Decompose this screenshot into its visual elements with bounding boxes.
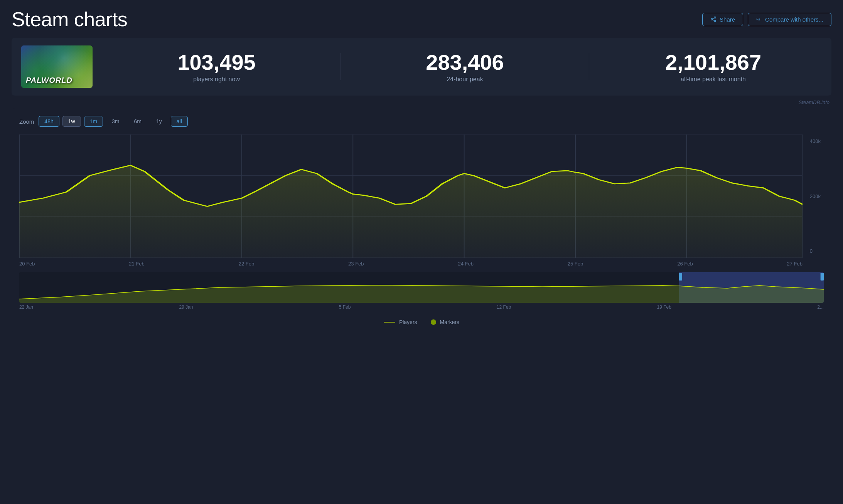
mini-label-29jan: 29 Jan xyxy=(179,304,193,310)
game-name: PALWORLD xyxy=(26,76,72,85)
compare-icon: ½ 3 xyxy=(756,16,762,22)
zoom-1y[interactable]: 1y xyxy=(150,116,168,127)
compare-label: Compare with others... xyxy=(765,16,823,23)
x-axis: 20 Feb 21 Feb 22 Feb 23 Feb 24 Feb 25 Fe… xyxy=(19,258,824,268)
svg-point-2 xyxy=(714,20,716,22)
chart-container: Zoom 48h 1w 1m 3m 6m 1y all xyxy=(12,108,831,332)
legend-players-label: Players xyxy=(399,319,417,325)
chart-svg-wrapper xyxy=(19,134,803,258)
x-label-20feb: 20 Feb xyxy=(19,261,35,267)
compare-button[interactable]: ½ 3 Compare with others... xyxy=(748,13,831,26)
y-label-0: 0 xyxy=(810,248,821,254)
legend-markers: Markers xyxy=(431,319,460,325)
y-label-200k: 200k xyxy=(810,193,821,199)
legend-markers-dot xyxy=(431,319,436,325)
svg-line-4 xyxy=(713,18,715,19)
mini-label-end: 2... xyxy=(817,304,824,310)
x-label-25feb: 25 Feb xyxy=(568,261,583,267)
x-label-21feb: 21 Feb xyxy=(129,261,144,267)
all-time-peak-label: all-time peak last month xyxy=(605,76,822,83)
legend-markers-label: Markers xyxy=(440,319,460,325)
all-time-peak-stat: 2,101,867 all-time peak last month xyxy=(605,50,822,83)
x-label-26feb: 26 Feb xyxy=(677,261,693,267)
stats-card: PALWORLD 103,495 players right now 283,4… xyxy=(12,38,831,96)
stat-divider-1 xyxy=(341,53,341,80)
page-header: Steam charts Share ½ 3 Compare with othe… xyxy=(12,8,831,31)
mini-chart-svg xyxy=(19,272,824,303)
current-players-stat: 103,495 players right now xyxy=(108,50,325,83)
mini-fill xyxy=(19,285,824,303)
game-thumbnail: PALWORLD xyxy=(21,45,93,88)
peak-24h-stat: 283,406 24-hour peak xyxy=(356,50,573,83)
current-players-label: players right now xyxy=(108,76,325,83)
steamdb-credit: SteamDB.info xyxy=(12,99,831,105)
zoom-1m[interactable]: 1m xyxy=(84,116,103,127)
mini-bracket-left xyxy=(679,273,682,281)
page-title: Steam charts xyxy=(12,8,127,31)
current-players-value: 103,495 xyxy=(108,50,325,74)
x-label-24feb: 24 Feb xyxy=(458,261,473,267)
mini-x-labels: 22 Jan 29 Jan 5 Feb 12 Feb 19 Feb 2... xyxy=(19,303,824,311)
chart-legend: Players Markers xyxy=(19,316,824,328)
main-chart-svg xyxy=(19,134,803,258)
y-axis: 400k 200k 0 xyxy=(810,134,821,258)
zoom-controls: Zoom 48h 1w 1m 3m 6m 1y all xyxy=(19,116,824,127)
svg-point-1 xyxy=(711,18,713,20)
zoom-all[interactable]: all xyxy=(171,116,188,127)
zoom-1w[interactable]: 1w xyxy=(62,116,81,127)
header-actions: Share ½ 3 Compare with others... xyxy=(702,13,831,26)
zoom-3m[interactable]: 3m xyxy=(106,116,125,127)
zoom-label: Zoom xyxy=(19,118,34,125)
all-time-peak-value: 2,101,867 xyxy=(605,50,822,74)
svg-text:3: 3 xyxy=(759,18,760,21)
peak-24h-value: 283,406 xyxy=(356,50,573,74)
mini-label-12feb: 12 Feb xyxy=(497,304,511,310)
y-label-400k: 400k xyxy=(810,138,821,144)
legend-players: Players xyxy=(384,319,417,325)
x-label-23feb: 23 Feb xyxy=(348,261,364,267)
zoom-48h[interactable]: 48h xyxy=(39,116,59,127)
share-label: Share xyxy=(720,16,735,23)
x-label-27feb: 27 Feb xyxy=(787,261,803,267)
mini-bracket-right xyxy=(821,273,824,281)
share-button[interactable]: Share xyxy=(702,13,743,26)
svg-line-3 xyxy=(713,20,715,21)
chart-fill-area xyxy=(19,165,803,258)
legend-players-line xyxy=(384,322,395,323)
mini-label-19feb: 19 Feb xyxy=(657,304,671,310)
mini-chart xyxy=(19,272,824,303)
main-chart: 400k 200k 0 xyxy=(19,134,824,258)
x-label-22feb: 22 Feb xyxy=(239,261,254,267)
share-icon xyxy=(710,16,717,22)
peak-24h-label: 24-hour peak xyxy=(356,76,573,83)
mini-label-5feb: 5 Feb xyxy=(339,304,351,310)
stat-divider-2 xyxy=(589,53,589,80)
mini-label-22jan: 22 Jan xyxy=(19,304,33,310)
svg-point-0 xyxy=(714,17,716,18)
zoom-6m[interactable]: 6m xyxy=(128,116,147,127)
